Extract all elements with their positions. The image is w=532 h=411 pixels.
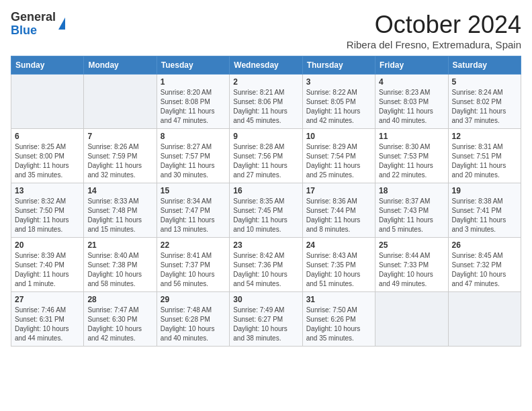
day-number: 23	[233, 240, 298, 250]
day-info: Sunrise: 8:37 AM Sunset: 7:43 PM Dayligh…	[379, 197, 444, 234]
day-number: 26	[452, 240, 517, 250]
day-info: Sunrise: 8:44 AM Sunset: 7:33 PM Dayligh…	[379, 251, 444, 289]
day-info: Sunrise: 8:41 AM Sunset: 7:37 PM Dayligh…	[161, 251, 226, 289]
day-number: 18	[379, 186, 444, 195]
calendar-cell: 21Sunrise: 8:40 AM Sunset: 7:38 PM Dayli…	[84, 238, 157, 292]
calendar-cell: 24Sunrise: 8:43 AM Sunset: 7:35 PM Dayli…	[302, 238, 375, 292]
calendar-cell: 9Sunrise: 8:28 AM Sunset: 7:56 PM Daylig…	[230, 129, 302, 183]
day-info: Sunrise: 7:49 AM Sunset: 6:27 PM Dayligh…	[233, 306, 298, 343]
logo-general: General	[11, 11, 56, 24]
calendar-cell: 10Sunrise: 8:29 AM Sunset: 7:54 PM Dayli…	[302, 129, 375, 183]
calendar-cell: 22Sunrise: 8:41 AM Sunset: 7:37 PM Dayli…	[157, 238, 229, 292]
calendar-cell: 28Sunrise: 7:47 AM Sunset: 6:30 PM Dayli…	[84, 292, 157, 347]
day-info: Sunrise: 8:21 AM Sunset: 8:06 PM Dayligh…	[233, 88, 298, 126]
calendar-cell	[84, 75, 157, 129]
day-info: Sunrise: 8:38 AM Sunset: 7:41 PM Dayligh…	[452, 197, 517, 234]
calendar-cell: 13Sunrise: 8:32 AM Sunset: 7:50 PM Dayli…	[11, 183, 84, 238]
day-number: 17	[306, 186, 371, 195]
day-info: Sunrise: 8:29 AM Sunset: 7:54 PM Dayligh…	[306, 142, 371, 180]
day-number: 16	[233, 186, 298, 195]
calendar-cell: 5Sunrise: 8:24 AM Sunset: 8:02 PM Daylig…	[448, 75, 521, 129]
day-number: 12	[452, 132, 517, 141]
day-number: 5	[452, 77, 517, 87]
day-info: Sunrise: 8:25 AM Sunset: 8:00 PM Dayligh…	[15, 142, 80, 180]
day-number: 27	[15, 295, 80, 304]
day-info: Sunrise: 8:33 AM Sunset: 7:48 PM Dayligh…	[87, 197, 152, 234]
calendar-cell: 3Sunrise: 8:22 AM Sunset: 8:05 PM Daylig…	[302, 75, 375, 129]
day-number: 10	[306, 132, 371, 141]
calendar-cell: 15Sunrise: 8:34 AM Sunset: 7:47 PM Dayli…	[157, 183, 229, 238]
calendar-cell: 8Sunrise: 8:27 AM Sunset: 7:57 PM Daylig…	[157, 129, 229, 183]
calendar-cell: 7Sunrise: 8:26 AM Sunset: 7:59 PM Daylig…	[84, 129, 157, 183]
calendar-cell: 31Sunrise: 7:50 AM Sunset: 6:26 PM Dayli…	[302, 292, 375, 347]
day-number: 1	[161, 77, 226, 87]
day-info: Sunrise: 8:23 AM Sunset: 8:03 PM Dayligh…	[379, 88, 444, 126]
calendar-cell	[448, 292, 521, 347]
calendar-cell: 14Sunrise: 8:33 AM Sunset: 7:48 PM Dayli…	[84, 183, 157, 238]
weekday-header-saturday: Saturday	[448, 56, 521, 75]
calendar-cell: 20Sunrise: 8:39 AM Sunset: 7:40 PM Dayli…	[11, 238, 84, 292]
day-number: 7	[87, 132, 152, 141]
calendar-table: SundayMondayTuesdayWednesdayThursdayFrid…	[11, 56, 521, 347]
day-number: 9	[233, 132, 298, 141]
day-number: 30	[233, 295, 298, 304]
page-header: General Blue October 2024 Ribera del Fre…	[11, 11, 521, 50]
calendar-cell: 27Sunrise: 7:46 AM Sunset: 6:31 PM Dayli…	[11, 292, 84, 347]
day-info: Sunrise: 8:32 AM Sunset: 7:50 PM Dayligh…	[15, 197, 80, 234]
day-number: 19	[452, 186, 517, 195]
weekday-header-friday: Friday	[375, 56, 448, 75]
day-number: 20	[15, 240, 80, 250]
calendar-cell: 12Sunrise: 8:31 AM Sunset: 7:51 PM Dayli…	[448, 129, 521, 183]
location-subtitle: Ribera del Fresno, Extremadura, Spain	[347, 39, 521, 50]
day-info: Sunrise: 8:31 AM Sunset: 7:51 PM Dayligh…	[452, 142, 517, 180]
day-number: 13	[15, 186, 80, 195]
calendar-cell: 16Sunrise: 8:35 AM Sunset: 7:45 PM Dayli…	[230, 183, 302, 238]
day-number: 2	[233, 77, 298, 87]
day-info: Sunrise: 8:36 AM Sunset: 7:44 PM Dayligh…	[306, 197, 371, 234]
calendar-cell: 17Sunrise: 8:36 AM Sunset: 7:44 PM Dayli…	[302, 183, 375, 238]
day-info: Sunrise: 8:40 AM Sunset: 7:38 PM Dayligh…	[87, 251, 152, 289]
weekday-header-sunday: Sunday	[11, 56, 84, 75]
title-area: October 2024 Ribera del Fresno, Extremad…	[347, 11, 521, 50]
calendar-cell: 30Sunrise: 7:49 AM Sunset: 6:27 PM Dayli…	[230, 292, 302, 347]
logo-blue: Blue	[11, 24, 56, 38]
day-number: 25	[379, 240, 444, 250]
day-info: Sunrise: 7:50 AM Sunset: 6:26 PM Dayligh…	[306, 306, 371, 343]
day-number: 4	[379, 77, 444, 87]
day-number: 15	[161, 186, 226, 195]
day-info: Sunrise: 8:26 AM Sunset: 7:59 PM Dayligh…	[87, 142, 152, 180]
day-info: Sunrise: 7:47 AM Sunset: 6:30 PM Dayligh…	[87, 306, 152, 343]
day-number: 14	[87, 186, 152, 195]
calendar-cell	[375, 292, 448, 347]
calendar-cell: 4Sunrise: 8:23 AM Sunset: 8:03 PM Daylig…	[375, 75, 448, 129]
day-info: Sunrise: 8:35 AM Sunset: 7:45 PM Dayligh…	[233, 197, 298, 234]
day-info: Sunrise: 8:28 AM Sunset: 7:56 PM Dayligh…	[233, 142, 298, 180]
day-number: 11	[379, 132, 444, 141]
day-number: 22	[161, 240, 226, 250]
day-info: Sunrise: 8:43 AM Sunset: 7:35 PM Dayligh…	[306, 251, 371, 289]
weekday-header-thursday: Thursday	[302, 56, 375, 75]
day-info: Sunrise: 8:45 AM Sunset: 7:32 PM Dayligh…	[452, 251, 517, 289]
day-info: Sunrise: 8:42 AM Sunset: 7:36 PM Dayligh…	[233, 251, 298, 289]
calendar-cell: 26Sunrise: 8:45 AM Sunset: 7:32 PM Dayli…	[448, 238, 521, 292]
day-number: 24	[306, 240, 371, 250]
day-number: 28	[87, 295, 152, 304]
calendar-cell: 25Sunrise: 8:44 AM Sunset: 7:33 PM Dayli…	[375, 238, 448, 292]
day-info: Sunrise: 7:46 AM Sunset: 6:31 PM Dayligh…	[15, 306, 80, 343]
calendar-cell: 19Sunrise: 8:38 AM Sunset: 7:41 PM Dayli…	[448, 183, 521, 238]
calendar-cell: 1Sunrise: 8:20 AM Sunset: 8:08 PM Daylig…	[157, 75, 229, 129]
day-number: 6	[15, 132, 80, 141]
day-number: 21	[87, 240, 152, 250]
weekday-header-tuesday: Tuesday	[157, 56, 229, 75]
day-number: 29	[161, 295, 226, 304]
calendar-cell: 6Sunrise: 8:25 AM Sunset: 8:00 PM Daylig…	[11, 129, 84, 183]
weekday-header-monday: Monday	[84, 56, 157, 75]
day-info: Sunrise: 8:27 AM Sunset: 7:57 PM Dayligh…	[161, 142, 226, 180]
day-number: 8	[161, 132, 226, 141]
calendar-cell: 29Sunrise: 7:48 AM Sunset: 6:28 PM Dayli…	[157, 292, 229, 347]
day-info: Sunrise: 7:48 AM Sunset: 6:28 PM Dayligh…	[161, 306, 226, 343]
day-info: Sunrise: 8:39 AM Sunset: 7:40 PM Dayligh…	[15, 251, 80, 289]
logo-triangle-icon	[58, 17, 65, 30]
calendar-cell: 2Sunrise: 8:21 AM Sunset: 8:06 PM Daylig…	[230, 75, 302, 129]
day-info: Sunrise: 8:30 AM Sunset: 7:53 PM Dayligh…	[379, 142, 444, 180]
